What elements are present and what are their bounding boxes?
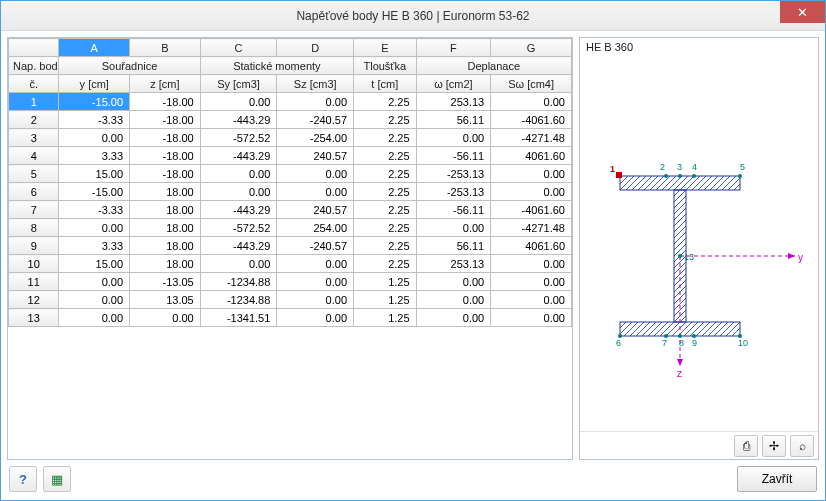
cell[interactable]: 2.25 xyxy=(354,237,417,255)
cell[interactable]: 0.00 xyxy=(277,183,354,201)
cell[interactable]: 4061.60 xyxy=(491,147,572,165)
cell[interactable]: -253.13 xyxy=(416,183,491,201)
cell[interactable]: 2.25 xyxy=(354,255,417,273)
row-number[interactable]: 6 xyxy=(9,183,59,201)
cell[interactable]: 2.25 xyxy=(354,165,417,183)
cell[interactable]: -443.29 xyxy=(200,111,277,129)
cell[interactable]: -1341.51 xyxy=(200,309,277,327)
cell[interactable]: 0.00 xyxy=(491,255,572,273)
table-row[interactable]: 30.00-18.00-572.52-254.002.250.00-4271.4… xyxy=(9,129,572,147)
close-dialog-button[interactable]: Zavřít xyxy=(737,466,817,492)
cell[interactable]: 0.00 xyxy=(277,273,354,291)
cell[interactable]: -18.00 xyxy=(130,129,201,147)
cell[interactable]: 2.25 xyxy=(354,129,417,147)
col-letter-a[interactable]: A xyxy=(59,39,130,57)
cell[interactable]: -15.00 xyxy=(59,183,130,201)
cell[interactable]: -240.57 xyxy=(277,237,354,255)
print-button[interactable]: ⎙ xyxy=(734,435,758,457)
table-row[interactable]: 80.0018.00-572.52254.002.250.00-4271.48 xyxy=(9,219,572,237)
cell[interactable]: -56.11 xyxy=(416,147,491,165)
data-grid[interactable]: A B C D E F G Nap. bod Souřadnice Static… xyxy=(8,38,572,459)
cell[interactable]: 1.25 xyxy=(354,309,417,327)
cell[interactable]: 254.00 xyxy=(277,219,354,237)
cell[interactable]: 0.00 xyxy=(277,255,354,273)
cell[interactable]: 0.00 xyxy=(59,219,130,237)
table-row[interactable]: 43.33-18.00-443.29240.572.25-56.114061.6… xyxy=(9,147,572,165)
cell[interactable]: 253.13 xyxy=(416,255,491,273)
cell[interactable]: 15.00 xyxy=(59,255,130,273)
cell[interactable]: 56.11 xyxy=(416,237,491,255)
row-number[interactable]: 5 xyxy=(9,165,59,183)
cell[interactable]: 240.57 xyxy=(277,201,354,219)
cell[interactable]: 13.05 xyxy=(130,291,201,309)
cell[interactable]: -443.29 xyxy=(200,237,277,255)
row-number[interactable]: 12 xyxy=(9,291,59,309)
cell[interactable]: 0.00 xyxy=(491,93,572,111)
cell[interactable]: 0.00 xyxy=(200,165,277,183)
table-row[interactable]: 1015.0018.000.000.002.25253.130.00 xyxy=(9,255,572,273)
cell[interactable]: -1234.88 xyxy=(200,291,277,309)
cell[interactable]: 0.00 xyxy=(200,255,277,273)
col-letter-b[interactable]: B xyxy=(130,39,201,57)
row-number[interactable]: 13 xyxy=(9,309,59,327)
cell[interactable]: 0.00 xyxy=(277,165,354,183)
col-letter-d[interactable]: D xyxy=(277,39,354,57)
cell[interactable]: 2.25 xyxy=(354,147,417,165)
cell[interactable]: -13.05 xyxy=(130,273,201,291)
cell[interactable]: 0.00 xyxy=(416,129,491,147)
cell[interactable]: 2.25 xyxy=(354,201,417,219)
cell[interactable]: 0.00 xyxy=(491,291,572,309)
col-letter-e[interactable]: E xyxy=(354,39,417,57)
cell[interactable]: -4061.60 xyxy=(491,111,572,129)
cell[interactable]: 0.00 xyxy=(416,291,491,309)
cell[interactable]: -240.57 xyxy=(277,111,354,129)
cell[interactable]: 0.00 xyxy=(416,273,491,291)
cell[interactable]: -572.52 xyxy=(200,219,277,237)
preview-canvas[interactable]: 1 2 3 4 5 6 7 8 9 10 13 y z xyxy=(580,56,818,431)
zoom-button[interactable]: ⌕ xyxy=(790,435,814,457)
cell[interactable]: 18.00 xyxy=(130,255,201,273)
table-row[interactable]: 93.3318.00-443.29-240.572.2556.114061.60 xyxy=(9,237,572,255)
cell[interactable]: -443.29 xyxy=(200,147,277,165)
row-number[interactable]: 7 xyxy=(9,201,59,219)
cell[interactable]: 15.00 xyxy=(59,165,130,183)
help-button[interactable]: ? xyxy=(9,466,37,492)
cell[interactable]: 0.00 xyxy=(59,309,130,327)
col-letter-g[interactable]: G xyxy=(491,39,572,57)
excel-export-button[interactable]: ▦ xyxy=(43,466,71,492)
cell[interactable]: 0.00 xyxy=(59,291,130,309)
row-number[interactable]: 8 xyxy=(9,219,59,237)
row-number[interactable]: 1 xyxy=(9,93,59,111)
cell[interactable]: 18.00 xyxy=(130,237,201,255)
cell[interactable]: 0.00 xyxy=(277,309,354,327)
cell[interactable]: -56.11 xyxy=(416,201,491,219)
row-number[interactable]: 4 xyxy=(9,147,59,165)
cell[interactable]: -4061.60 xyxy=(491,201,572,219)
cell[interactable]: -18.00 xyxy=(130,93,201,111)
cell[interactable]: -4271.48 xyxy=(491,129,572,147)
cell[interactable]: 0.00 xyxy=(200,183,277,201)
table-row[interactable]: 120.0013.05-1234.880.001.250.000.00 xyxy=(9,291,572,309)
row-number[interactable]: 2 xyxy=(9,111,59,129)
cell[interactable]: -18.00 xyxy=(130,111,201,129)
table-row[interactable]: 1-15.00-18.000.000.002.25253.130.00 xyxy=(9,93,572,111)
cell[interactable]: 0.00 xyxy=(491,309,572,327)
cell[interactable]: 0.00 xyxy=(416,219,491,237)
cell[interactable]: 0.00 xyxy=(277,291,354,309)
cell[interactable]: 18.00 xyxy=(130,183,201,201)
cell[interactable]: 0.00 xyxy=(200,93,277,111)
cell[interactable]: 1.25 xyxy=(354,291,417,309)
cell[interactable]: 240.57 xyxy=(277,147,354,165)
cell[interactable]: 0.00 xyxy=(416,309,491,327)
cell[interactable]: 1.25 xyxy=(354,273,417,291)
table-row[interactable]: 130.000.00-1341.510.001.250.000.00 xyxy=(9,309,572,327)
cell[interactable]: 2.25 xyxy=(354,219,417,237)
row-number[interactable]: 11 xyxy=(9,273,59,291)
cell[interactable]: 0.00 xyxy=(59,273,130,291)
cell[interactable]: -3.33 xyxy=(59,201,130,219)
cell[interactable]: 3.33 xyxy=(59,237,130,255)
cell[interactable]: -18.00 xyxy=(130,147,201,165)
table-row[interactable]: 110.00-13.05-1234.880.001.250.000.00 xyxy=(9,273,572,291)
cell[interactable]: 2.25 xyxy=(354,111,417,129)
table-row[interactable]: 515.00-18.000.000.002.25-253.130.00 xyxy=(9,165,572,183)
